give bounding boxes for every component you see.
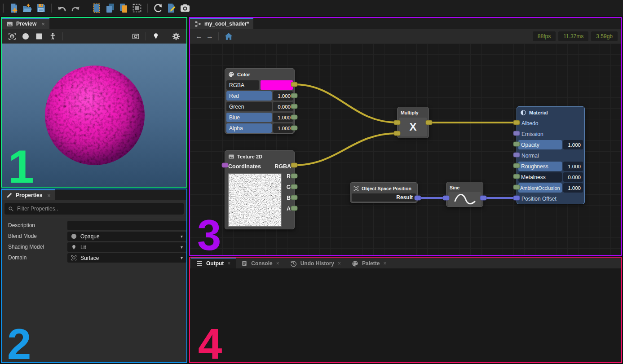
select-all-button[interactable] xyxy=(131,2,143,14)
multiply-symbol: X xyxy=(399,118,427,136)
main-toolbar xyxy=(0,0,623,16)
memory-badge: 3.59gb xyxy=(591,31,618,41)
property-row-domain: Domain Surface ▾ xyxy=(2,253,186,263)
pencil-icon xyxy=(6,192,13,198)
node-header[interactable]: Multiply xyxy=(399,109,427,117)
node-title: Object Space Position xyxy=(362,186,411,191)
save-button[interactable] xyxy=(35,2,47,14)
wire-texture-to-multiply[interactable] xyxy=(294,133,397,165)
tab-properties[interactable]: Properties × xyxy=(2,189,55,200)
close-icon[interactable]: × xyxy=(338,260,341,267)
channel-b-label: B xyxy=(282,195,291,201)
tab-shader-document[interactable]: my_cool_shader* xyxy=(190,18,253,29)
slider-value: 1.000 xyxy=(563,183,583,193)
edit-button[interactable] xyxy=(165,2,178,14)
nav-forward-button[interactable]: → xyxy=(204,32,215,40)
node-object-space-position[interactable]: Object Space Position Result xyxy=(350,182,418,203)
settings-button[interactable] xyxy=(170,31,182,42)
paste-button[interactable] xyxy=(117,2,130,14)
material-roughness-row[interactable]: Roughness 1.000 xyxy=(518,162,583,171)
node-header[interactable]: Texture 2D xyxy=(226,152,293,161)
toolbar-grip[interactable] xyxy=(3,4,4,13)
output-tabstrip: Output × Console × Undo History × Palett… xyxy=(190,258,621,268)
color-blue-row[interactable]: Blue 1.000 xyxy=(226,113,293,122)
node-title: Sine xyxy=(450,185,460,190)
slider-value: 1.000 xyxy=(563,140,583,149)
node-header[interactable]: Color xyxy=(226,70,293,79)
tab-console[interactable]: Console × xyxy=(236,258,284,268)
chevron-down-icon: ▾ xyxy=(181,255,183,260)
sphere-primitive-button[interactable] xyxy=(20,31,31,42)
performance-stats: 88fps 11.37ms 3.59gb xyxy=(533,31,618,41)
filter-properties-input[interactable]: Filter Properties.. xyxy=(4,203,184,215)
node-material[interactable]: Material Albedo Emission Opacity 1.000 N… xyxy=(517,106,585,204)
cube-primitive-button[interactable] xyxy=(33,31,45,42)
output-log-area[interactable]: 4 xyxy=(190,268,621,362)
tab-label: Preview xyxy=(16,21,36,27)
preview-panel: Preview × xyxy=(1,17,187,188)
shading-model-dropdown[interactable]: Lit ▾ xyxy=(67,242,186,252)
home-button[interactable] xyxy=(223,31,234,42)
domain-dropdown[interactable]: Surface ▾ xyxy=(67,253,186,263)
tab-preview[interactable]: Preview × xyxy=(2,18,49,29)
node-multiply[interactable]: Multiply X xyxy=(397,107,429,138)
undo-button[interactable] xyxy=(56,2,68,14)
property-row-description: Description xyxy=(2,221,186,230)
node-sine[interactable]: Sine xyxy=(446,182,483,207)
description-input[interactable] xyxy=(71,223,183,229)
node-title: Texture 2D xyxy=(237,154,262,159)
node-header[interactable]: Material xyxy=(518,108,583,117)
material-metalness-row[interactable]: Metalness 0.000 xyxy=(518,172,583,182)
close-icon[interactable]: × xyxy=(276,260,279,267)
material-sphere-icon xyxy=(520,110,526,116)
nav-back-button[interactable]: ← xyxy=(194,32,204,40)
figure-button[interactable] xyxy=(47,31,58,42)
material-emission-row: Emission xyxy=(518,129,583,139)
node-header[interactable]: Object Space Position xyxy=(352,184,416,193)
node-texture-2d[interactable]: Texture 2D Coordinates RGBA xyxy=(225,150,295,229)
redo-button[interactable] xyxy=(69,2,82,14)
close-icon[interactable]: × xyxy=(227,260,230,267)
image-icon xyxy=(228,153,234,160)
close-icon[interactable]: × xyxy=(47,192,51,199)
new-file-button[interactable] xyxy=(8,2,20,14)
node-graph-canvas[interactable]: 3 Color RGBA Red 1.000 Green 0.000 Blue … xyxy=(190,44,621,255)
image-icon xyxy=(6,21,13,27)
close-icon[interactable]: × xyxy=(41,21,45,27)
node-header[interactable]: Sine xyxy=(448,184,482,191)
material-ambientocclusion-row[interactable]: AmbientOcclusion 1.000 xyxy=(518,183,583,193)
material-opacity-row[interactable]: Opacity 1.000 xyxy=(518,140,583,149)
node-color[interactable]: Color RGBA Red 1.000 Green 0.000 Blue 1.… xyxy=(225,68,295,134)
console-icon xyxy=(241,260,247,267)
gear-icon xyxy=(172,32,180,40)
paste-icon xyxy=(118,3,129,13)
open-file-button[interactable] xyxy=(21,2,34,14)
refresh-button[interactable] xyxy=(152,2,164,14)
color-swatch[interactable] xyxy=(261,80,293,90)
tab-palette[interactable]: Palette × xyxy=(346,258,392,268)
tab-undo-history[interactable]: Undo History × xyxy=(285,258,346,268)
gizmo-icon xyxy=(71,255,77,261)
color-alpha-row[interactable]: Alpha 1.000 xyxy=(226,123,293,133)
blend-mode-dropdown[interactable]: Opaque ▾ xyxy=(67,232,186,241)
fps-badge: 88fps xyxy=(533,31,556,41)
texture-preview[interactable] xyxy=(228,173,282,227)
preview-viewport[interactable]: 1 xyxy=(2,44,186,187)
chevron-down-icon: ▾ xyxy=(181,234,183,239)
tab-output[interactable]: Output × xyxy=(191,258,236,268)
cut-button[interactable] xyxy=(90,2,103,14)
dropdown-value: Opaque xyxy=(80,233,100,240)
wire-color-to-multiply[interactable] xyxy=(294,84,397,123)
color-red-row[interactable]: Red 1.000 xyxy=(226,91,293,101)
screenshot-button[interactable] xyxy=(179,2,191,14)
node-title: Multiply xyxy=(401,110,419,115)
material-albedo-row: Albedo xyxy=(518,118,583,128)
gizmo-button[interactable] xyxy=(6,31,18,42)
light-button[interactable] xyxy=(150,31,162,42)
capture-button[interactable] xyxy=(130,31,141,42)
frametime-badge: 11.37ms xyxy=(558,31,588,41)
copy-button[interactable] xyxy=(104,2,116,14)
description-field[interactable] xyxy=(67,221,186,230)
close-icon[interactable]: × xyxy=(383,260,386,267)
color-green-row[interactable]: Green 0.000 xyxy=(226,102,293,111)
